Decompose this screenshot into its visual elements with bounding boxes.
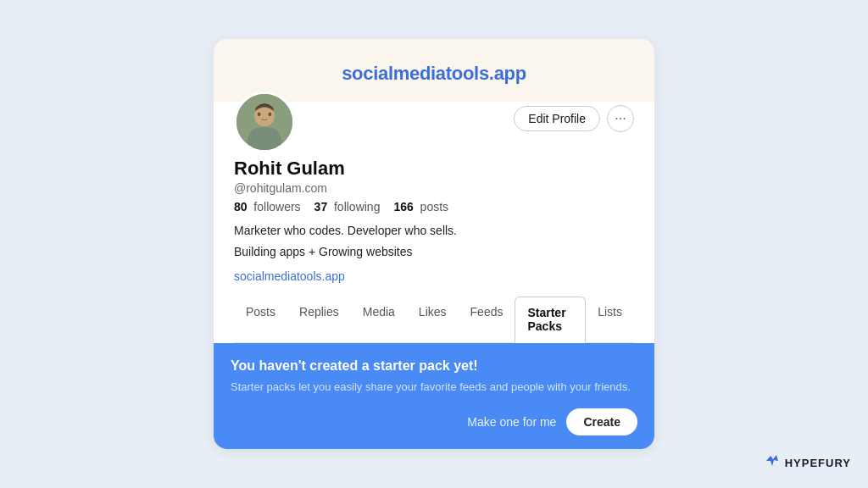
tab-posts[interactable]: Posts bbox=[234, 297, 287, 343]
starter-packs-actions: Make one for me Create bbox=[231, 408, 637, 435]
hypefury-logo-text: HYPEFURY bbox=[785, 457, 851, 469]
following-count: 37 bbox=[314, 200, 328, 214]
edit-profile-button[interactable]: Edit Profile bbox=[514, 106, 600, 131]
tab-feeds[interactable]: Feeds bbox=[459, 297, 515, 343]
followers-label: followers bbox=[253, 200, 300, 214]
hypefury-icon bbox=[765, 454, 780, 471]
followers-stat: 80 followers bbox=[234, 200, 301, 214]
posts-label: posts bbox=[420, 200, 448, 214]
tabs: Posts Replies Media Likes Feeds Starter … bbox=[234, 297, 634, 343]
create-button[interactable]: Create bbox=[566, 408, 637, 435]
following-stat: 37 following bbox=[314, 200, 381, 214]
profile-actions: Edit Profile ··· bbox=[514, 105, 634, 132]
tab-lists[interactable]: Lists bbox=[586, 297, 634, 343]
banner-url[interactable]: socialmediatools.app bbox=[234, 63, 634, 85]
profile-link[interactable]: socialmediatools.app bbox=[234, 269, 634, 283]
posts-stat: 166 posts bbox=[393, 200, 448, 214]
profile-name: Rohit Gulam bbox=[234, 158, 634, 180]
avatar bbox=[234, 92, 295, 152]
more-options-button[interactable]: ··· bbox=[607, 105, 634, 132]
profile-body: Edit Profile ··· Rohit Gulam @rohitgulam… bbox=[214, 92, 654, 343]
tab-replies[interactable]: Replies bbox=[287, 297, 351, 343]
tab-starter-packs[interactable]: Starter Packs bbox=[515, 297, 586, 343]
tab-media[interactable]: Media bbox=[351, 297, 407, 343]
profile-stats: 80 followers 37 following 166 posts bbox=[234, 200, 634, 214]
profile-bio: Marketer who codes. Developer who sells.… bbox=[234, 222, 634, 261]
profile-handle: @rohitgulam.com bbox=[234, 181, 634, 195]
hypefury-badge: HYPEFURY bbox=[765, 454, 851, 471]
svg-point-5 bbox=[258, 112, 261, 116]
bio-line-1: Marketer who codes. Developer who sells. bbox=[234, 222, 634, 240]
posts-count: 166 bbox=[393, 200, 413, 214]
starter-packs-description: Starter packs let you easily share your … bbox=[231, 379, 637, 396]
svg-point-6 bbox=[269, 112, 272, 116]
profile-card: socialmediatools.app bbox=[214, 39, 654, 450]
following-label: following bbox=[334, 200, 380, 214]
starter-packs-title: You haven't created a starter pack yet! bbox=[231, 358, 637, 374]
make-one-button[interactable]: Make one for me bbox=[467, 415, 556, 429]
bio-line-2: Building apps + Growing websites bbox=[234, 243, 634, 261]
profile-top: Edit Profile ··· bbox=[234, 92, 634, 152]
followers-count: 80 bbox=[234, 200, 248, 214]
tab-likes[interactable]: Likes bbox=[407, 297, 459, 343]
starter-packs-banner: You haven't created a starter pack yet! … bbox=[214, 343, 654, 450]
